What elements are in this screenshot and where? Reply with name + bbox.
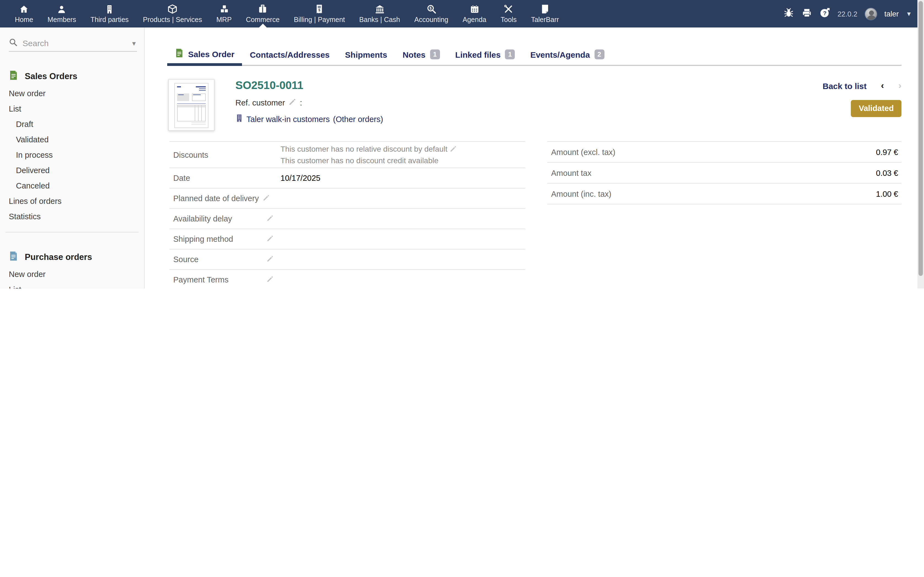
sidebar-search[interactable]: ▼: [9, 39, 137, 52]
sidebar-item-so-statistics[interactable]: Statistics: [0, 209, 144, 224]
nav-item-members[interactable]: Members: [40, 0, 83, 27]
sidebar-item-so-list[interactable]: List: [0, 101, 144, 116]
mrp-icon: [219, 4, 229, 14]
linked-files-count-badge: 1: [505, 50, 515, 60]
navbar-menu: Home Members Third parties Products | Se…: [0, 0, 566, 27]
sales-order-tab-icon: [175, 48, 184, 60]
chevron-down-icon[interactable]: ▼: [906, 10, 912, 17]
detail-row-shipping-method: Shipping method: [170, 229, 525, 249]
status-badge: Validated: [851, 100, 901, 117]
sidebar-item-so-validated[interactable]: Validated: [0, 132, 144, 147]
sidebar-item-so-canceled[interactable]: Canceled: [0, 178, 144, 193]
document-preview-thumbnail[interactable]: [168, 79, 215, 131]
sidebar-item-so-draft[interactable]: Draft: [0, 116, 144, 132]
members-icon: [57, 4, 67, 14]
search-icon: [9, 38, 18, 48]
detail-row-payment-terms: Payment Terms: [170, 269, 525, 288]
page-scrollbar[interactable]: [918, 0, 924, 288]
products-icon: [167, 4, 178, 14]
top-navbar: Home Members Third parties Products | Se…: [0, 0, 924, 27]
customer-other-orders-link[interactable]: (Other orders): [333, 114, 383, 123]
next-record-icon: ›: [898, 80, 901, 91]
events-count-badge: 2: [594, 50, 604, 60]
active-menu-indicator: [259, 24, 267, 27]
search-input[interactable]: [23, 39, 116, 48]
order-header: SO2510-0011 Ref. customer : Taler walk-i…: [236, 79, 383, 124]
edit-source-icon[interactable]: [266, 255, 274, 264]
accounting-icon: $: [426, 4, 436, 14]
ref-customer-line: Ref. customer :: [236, 98, 383, 108]
print-icon[interactable]: [801, 7, 812, 20]
detail-row-planned-delivery: Planned date of delivery: [170, 188, 525, 208]
sidebar-item-so-new-order[interactable]: New order: [0, 86, 144, 101]
object-tabs: Sales Order Contacts/Addresses Shipments…: [167, 45, 901, 66]
nav-item-banks-cash[interactable]: Banks | Cash: [352, 0, 407, 27]
green-doc-icon: [9, 70, 18, 82]
billing-icon: $: [315, 4, 323, 14]
detail-row-date: Date 10/17/2025: [170, 168, 525, 188]
amount-tax-row: Amount tax 0.03 €: [547, 162, 901, 183]
sidebar-item-so-lines-of-orders[interactable]: Lines of orders: [0, 193, 144, 209]
edit-discount-icon[interactable]: [450, 145, 457, 155]
list-navigation: Back to list ‹ ›: [822, 80, 901, 91]
bug-report-icon[interactable]: [783, 7, 794, 20]
edit-shipping-method-icon[interactable]: [266, 234, 274, 244]
amount-tax-value: 0.03 €: [876, 168, 901, 177]
amount-inc-tax-value: 1.00 €: [876, 189, 901, 198]
navbar-right-cluster: ? 22.0.2 taler ▼: [783, 0, 924, 27]
search-dropdown-caret-icon[interactable]: ▼: [131, 40, 137, 47]
nav-item-tools[interactable]: Tools: [494, 0, 524, 27]
talerbarr-icon: [541, 4, 549, 14]
back-to-list-link[interactable]: Back to list: [822, 81, 866, 90]
tab-notes[interactable]: Notes1: [395, 50, 447, 65]
detail-row-source: Source: [170, 249, 525, 269]
third-parties-icon: [105, 4, 114, 14]
blue-doc-icon: [9, 251, 18, 263]
tab-shipments[interactable]: Shipments: [338, 50, 395, 65]
user-menu-label[interactable]: taler: [884, 10, 899, 18]
order-details-table: Discounts This customer has no relative …: [170, 141, 525, 288]
help-icon[interactable]: ?: [819, 7, 830, 20]
detail-row-discounts: Discounts This customer has no relative …: [170, 141, 525, 168]
edit-availability-delay-icon[interactable]: [266, 214, 274, 223]
detail-row-availability-delay: Availability delay: [170, 208, 525, 229]
edit-ref-customer-icon[interactable]: [289, 98, 297, 108]
tools-icon: [504, 4, 514, 14]
sidebar-section-sales-orders: Sales Orders: [9, 70, 144, 82]
customer-line: Taler walk-in customers (Other orders): [236, 114, 383, 124]
scrollbar-thumb[interactable]: [919, 1, 923, 276]
sidebar-item-po-new-order[interactable]: New order: [0, 266, 144, 282]
sidebar-item-po-list[interactable]: List: [0, 282, 144, 288]
tab-linked-files[interactable]: Linked files1: [447, 50, 522, 65]
avatar[interactable]: [864, 7, 877, 20]
nav-item-billing-payment[interactable]: $ Billing | Payment: [287, 0, 352, 27]
edit-payment-terms-icon[interactable]: [266, 275, 274, 284]
banks-icon: [374, 4, 385, 14]
customer-link[interactable]: Taler walk-in customers: [246, 114, 330, 123]
nav-item-agenda[interactable]: Agenda: [456, 0, 493, 27]
nav-item-mrp[interactable]: MRP: [209, 0, 239, 27]
nav-item-commerce[interactable]: Commerce: [239, 0, 286, 27]
sidebar-item-so-delivered[interactable]: Delivered: [0, 163, 144, 178]
agenda-icon: [469, 4, 479, 14]
tab-sales-order[interactable]: Sales Order: [167, 48, 242, 66]
commerce-icon: [257, 4, 268, 14]
tab-contacts-addresses[interactable]: Contacts/Addresses: [242, 50, 337, 65]
nav-item-accounting[interactable]: $ Accounting: [407, 0, 456, 27]
nav-item-talerbarr[interactable]: TalerBarr: [524, 0, 566, 27]
amounts-table: Amount (excl. tax) 0.97 € Amount tax 0.0…: [547, 141, 901, 205]
sidebar-item-so-in-process[interactable]: In process: [0, 147, 144, 163]
amount-excl-tax-row: Amount (excl. tax) 0.97 €: [547, 141, 901, 162]
nav-item-home[interactable]: Home: [8, 0, 40, 27]
amount-inc-tax-row: Amount (inc. tax) 1.00 €: [547, 183, 901, 204]
svg-text:?: ?: [823, 10, 826, 16]
order-reference: SO2510-0011: [236, 79, 383, 92]
sidebar-divider: [5, 232, 139, 232]
company-icon: [236, 114, 243, 124]
nav-item-products-services[interactable]: Products | Services: [136, 0, 209, 27]
previous-record-icon[interactable]: ‹: [881, 80, 884, 91]
left-sidebar: ▼ Sales Orders New order List Draft Vali…: [0, 27, 145, 288]
edit-planned-delivery-icon[interactable]: [262, 194, 270, 203]
nav-item-third-parties[interactable]: Third parties: [83, 0, 136, 27]
tab-events-agenda[interactable]: Events/Agenda2: [522, 50, 612, 65]
